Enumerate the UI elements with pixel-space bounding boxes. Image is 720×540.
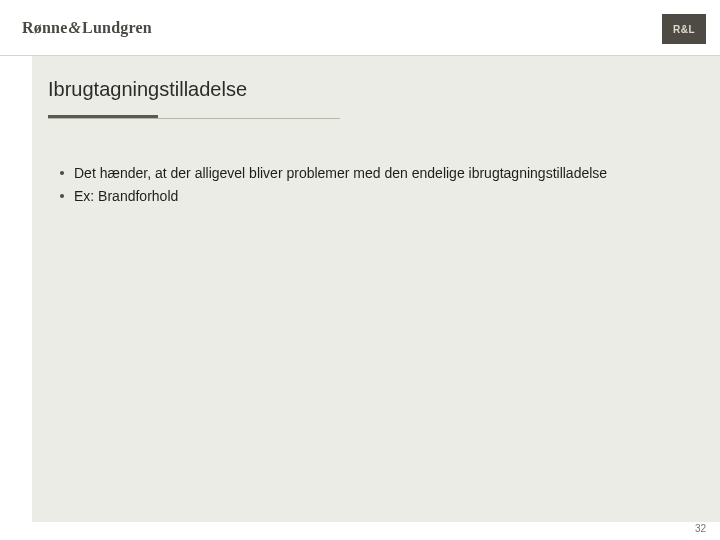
bullet-icon	[60, 194, 64, 198]
slide-title: Ibrugtagningstilladelse	[48, 78, 348, 115]
list-item: Ex: Brandforhold	[60, 187, 682, 206]
brand-logo-text: Rønne&Lundgren	[22, 19, 152, 37]
content-background	[32, 56, 720, 522]
slide-title-block: Ibrugtagningstilladelse	[48, 78, 348, 119]
logo-badge: R&L	[662, 14, 706, 44]
bullet-list: Det hænder, at der alligevel bliver prob…	[60, 164, 682, 210]
brand-ampersand: &	[67, 19, 82, 36]
bullet-text: Det hænder, at der alligevel bliver prob…	[74, 164, 682, 183]
brand-last: Lundgren	[82, 19, 152, 36]
brand-first: Rønne	[22, 19, 67, 36]
logo-badge-text: R&L	[673, 24, 695, 35]
bullet-icon	[60, 171, 64, 175]
list-item: Det hænder, at der alligevel bliver prob…	[60, 164, 682, 183]
header-bar: Rønne&Lundgren	[0, 0, 720, 56]
slide: Rønne&Lundgren R&L Ibrugtagningstilladel…	[0, 0, 720, 540]
title-underline	[48, 118, 340, 119]
bullet-text: Ex: Brandforhold	[74, 187, 178, 206]
page-number: 32	[695, 523, 706, 534]
